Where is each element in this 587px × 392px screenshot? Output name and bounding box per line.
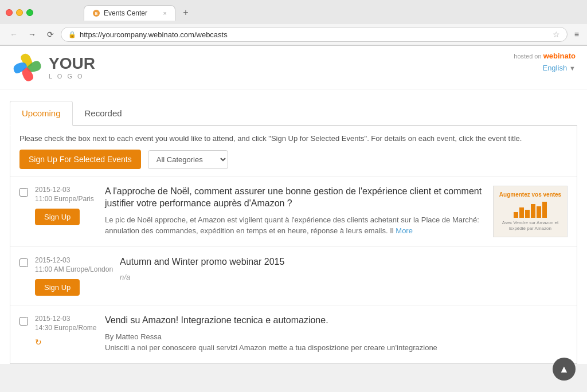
ssl-lock-icon: 🔒	[68, 31, 76, 38]
event-2-date: 2015-12-03	[35, 256, 113, 264]
chart-bar-4	[531, 204, 535, 218]
event-2-signup-button[interactable]: Sign Up	[35, 279, 80, 296]
event-2-title[interactable]: Autumn and Winter promo webinar 2015	[120, 256, 568, 268]
main-content: Upcoming Recorded Please check the box n…	[4, 101, 583, 364]
event-3-title[interactable]: Vendi su Amazon! Integrazione tecnica e …	[105, 315, 568, 327]
logo-area: YOUR L O G O	[11, 52, 95, 83]
header-right: hosted on webinato English ▼	[514, 52, 576, 72]
refresh-icon: ↻	[35, 338, 42, 347]
event-3-author: By Matteo Ressa	[105, 331, 568, 343]
event-item-2: 2015-12-03 11:00 AM Europe/London Sign U…	[10, 247, 577, 305]
event-2-meta: 2015-12-03 11:00 AM Europe/London Sign U…	[35, 256, 113, 296]
event-3-checkbox[interactable]	[19, 317, 28, 326]
category-dropdown[interactable]: All Categories Amazon Webinar Promo	[148, 150, 228, 169]
tab-close-button[interactable]: ×	[163, 10, 167, 17]
svg-text:E: E	[95, 11, 98, 15]
event-3-description: Unisciti a noi per conoscere quali servi…	[105, 342, 568, 354]
event-2-checkbox[interactable]	[19, 258, 28, 267]
signup-selected-button[interactable]: Sign Up For Selected Events	[19, 150, 141, 169]
browser-tab[interactable]: E Events Center ×	[84, 5, 175, 21]
tab-recorded[interactable]: Recorded	[73, 101, 134, 126]
site-header: YOUR L O G O hosted on webinato English …	[0, 46, 587, 89]
page-content: YOUR L O G O hosted on webinato English …	[0, 46, 587, 364]
thumbnail-title: Augmentez vos ventes	[499, 191, 561, 198]
events-header: Please check the box next to each event …	[10, 126, 577, 177]
logo-text-area: YOUR L O G O	[49, 56, 95, 80]
tab-upcoming[interactable]: Upcoming	[10, 101, 73, 126]
thumbnail-chart	[514, 201, 547, 218]
event-2-time: 11:00 AM Europe/London	[35, 265, 113, 273]
event-1-title[interactable]: A l'approche de Noël, comment assurer un…	[105, 186, 486, 210]
chart-bar-2	[519, 207, 524, 218]
event-item-1: 2015-12-03 11:00 Europe/Paris Sign Up A …	[10, 177, 577, 247]
bookmark-icon[interactable]: ☆	[553, 30, 560, 39]
event-1-date: 2015-12-03	[35, 186, 98, 194]
language-dropdown-arrow: ▼	[569, 65, 576, 72]
thumbnail-caption: Avec Vendre sur Amazon et Expédié par Am…	[497, 220, 563, 231]
chart-bar-5	[537, 206, 541, 218]
events-instruction: Please check the box next to each event …	[19, 134, 568, 143]
back-button[interactable]: ←	[6, 26, 22, 42]
logo-sub-text: L O G O	[49, 73, 95, 80]
event-2-body: Autumn and Winter promo webinar 2015 n/a	[120, 256, 568, 281]
tab-title: Events Center	[104, 9, 147, 17]
event-3-date: 2015-12-03	[35, 315, 98, 323]
chart-bar-3	[525, 210, 530, 218]
event-1-description: Le pic de Noël approche, et Amazon est v…	[105, 214, 486, 237]
event-1-thumbnail: Augmentez vos ventes Avec Vendre sur Ama…	[493, 186, 568, 237]
event-3-body: Vendi su Amazon! Integrazione tecnica e …	[105, 315, 568, 354]
close-button[interactable]	[6, 9, 13, 16]
event-3-time: 14:30 Europe/Rome	[35, 324, 98, 332]
event-2-description: n/a	[120, 273, 568, 281]
browser-chrome: E Events Center × + ← → ⟳ 🔒 ☆ ≡	[0, 0, 587, 46]
new-tab-button[interactable]: +	[178, 5, 194, 21]
event-item-3: 2015-12-03 14:30 Europe/Rome ↻ Vendi su …	[10, 305, 577, 363]
chart-bar-1	[514, 212, 518, 218]
event-1-meta: 2015-12-03 11:00 Europe/Paris Sign Up	[35, 186, 98, 225]
browser-menu-button[interactable]: ≡	[572, 28, 581, 41]
nav-bar: ← → ⟳ 🔒 ☆ ≡	[0, 24, 587, 45]
minimize-button[interactable]	[16, 9, 23, 16]
hosted-by-label: hosted on webinato	[514, 52, 576, 60]
reload-button[interactable]: ⟳	[42, 26, 58, 42]
events-actions: Sign Up For Selected Events All Categori…	[19, 150, 568, 169]
event-1-checkbox[interactable]	[19, 188, 28, 197]
event-1-more-link[interactable]: More	[396, 226, 413, 235]
forward-button[interactable]: →	[24, 26, 40, 42]
tab-bar: E Events Center × +	[38, 5, 240, 21]
event-1-signup-button[interactable]: Sign Up	[35, 209, 80, 225]
event-1-time: 11:00 Europe/Paris	[35, 195, 98, 203]
events-panel: Please check the box next to each event …	[10, 126, 577, 364]
tab-favicon: E	[92, 9, 100, 17]
event-1-body: A l'approche de Noël, comment assurer un…	[105, 186, 486, 237]
language-label: English	[542, 64, 567, 72]
chart-bar-6	[542, 202, 547, 218]
language-selector[interactable]: English ▼	[514, 64, 576, 72]
window-buttons	[6, 9, 33, 16]
event-3-meta: 2015-12-03 14:30 Europe/Rome ↻	[35, 315, 98, 347]
url-input[interactable]	[80, 30, 549, 39]
address-bar: 🔒 ☆	[61, 27, 568, 42]
logo-main-text: YOUR	[49, 56, 95, 72]
company-logo-icon	[11, 52, 43, 83]
tabs-bar: Upcoming Recorded	[10, 101, 577, 126]
webinato-brand: webinato	[543, 52, 576, 60]
maximize-button[interactable]	[26, 9, 33, 16]
title-bar: E Events Center × +	[0, 0, 587, 24]
